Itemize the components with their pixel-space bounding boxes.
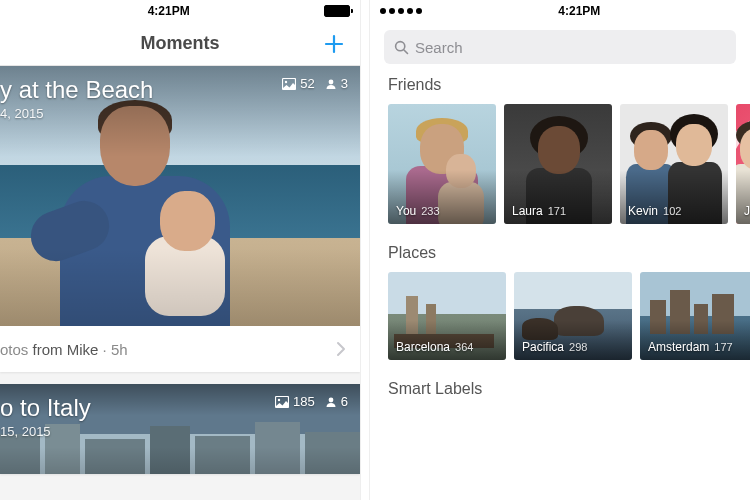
moment-hero[interactable]: o to Italy 15, 2015 185 6 (0, 384, 360, 474)
search-screen: 4:21PM Search Friends You233 Laura171 (370, 0, 750, 500)
friend-tile[interactable]: Kevin102 (620, 104, 728, 224)
page-title: Moments (140, 33, 219, 54)
place-count: 364 (455, 341, 473, 353)
friend-tile[interactable]: Laura171 (504, 104, 612, 224)
photos-icon (275, 396, 289, 408)
friend-count: 171 (548, 205, 566, 217)
status-time: 4:21PM (558, 4, 600, 18)
moment-hero[interactable]: y at the Beach 4, 2015 52 3 (0, 66, 360, 326)
svg-point-6 (396, 41, 405, 50)
people-icon (325, 396, 337, 408)
svg-point-4 (278, 398, 280, 400)
moment-meta[interactable]: otos from Mike · 5h (0, 326, 360, 372)
place-name: Pacifica (522, 340, 564, 354)
friends-row[interactable]: You233 Laura171 Kevin102 Je (370, 104, 750, 242)
photo-count: 185 (293, 394, 315, 409)
friend-tile[interactable]: Je (736, 104, 750, 224)
add-button[interactable] (322, 32, 346, 56)
place-tile[interactable]: Barcelona364 (388, 272, 506, 360)
status-bar: 4:21PM (0, 0, 360, 22)
friend-name: Kevin (628, 204, 658, 218)
search-input[interactable]: Search (384, 30, 736, 64)
battery-icon (324, 5, 350, 17)
status-time: 4:21PM (148, 4, 190, 18)
plus-icon (322, 32, 346, 56)
photo-count: 52 (300, 76, 314, 91)
nav-bar: Moments (0, 22, 360, 66)
friend-name: Je (744, 204, 750, 218)
search-icon (394, 40, 409, 55)
place-name: Amsterdam (648, 340, 709, 354)
moment-card[interactable]: y at the Beach 4, 2015 52 3 (0, 66, 360, 372)
chevron-right-icon (336, 341, 346, 357)
people-count: 6 (341, 394, 348, 409)
friend-tile[interactable]: You233 (388, 104, 496, 224)
place-count: 177 (714, 341, 732, 353)
friend-count: 102 (663, 205, 681, 217)
friend-name: Laura (512, 204, 543, 218)
svg-point-1 (285, 80, 287, 82)
svg-point-5 (328, 397, 333, 402)
svg-point-2 (328, 79, 333, 84)
section-title-places: Places (370, 242, 750, 272)
place-tile[interactable]: Amsterdam177 (640, 272, 750, 360)
photos-icon (282, 78, 296, 90)
moments-screen: 4:21PM Moments (0, 0, 360, 500)
section-title-friends: Friends (370, 74, 750, 104)
moment-stats: 52 3 (282, 76, 348, 91)
friend-name: You (396, 204, 416, 218)
place-name: Barcelona (396, 340, 450, 354)
signal-icon (380, 8, 422, 14)
people-icon (325, 78, 337, 90)
moment-date: 15, 2015 (0, 424, 91, 439)
moment-title: o to Italy (0, 394, 91, 422)
status-bar: 4:21PM (370, 0, 750, 22)
moment-date: 4, 2015 (0, 106, 153, 121)
moment-stats: 185 6 (275, 394, 348, 409)
moment-title: y at the Beach (0, 76, 153, 104)
moment-card[interactable]: o to Italy 15, 2015 185 6 (0, 384, 360, 474)
meta-time: 5h (111, 341, 128, 358)
people-count: 3 (341, 76, 348, 91)
place-count: 298 (569, 341, 587, 353)
search-placeholder: Search (415, 39, 463, 56)
friend-count: 233 (421, 205, 439, 217)
places-row[interactable]: Barcelona364 Pacifica298 Amsterdam177 (370, 272, 750, 378)
section-title-smart: Smart Labels (370, 378, 750, 408)
moments-feed[interactable]: y at the Beach 4, 2015 52 3 (0, 66, 360, 500)
place-tile[interactable]: Pacifica298 (514, 272, 632, 360)
meta-author: Mike (67, 341, 99, 358)
